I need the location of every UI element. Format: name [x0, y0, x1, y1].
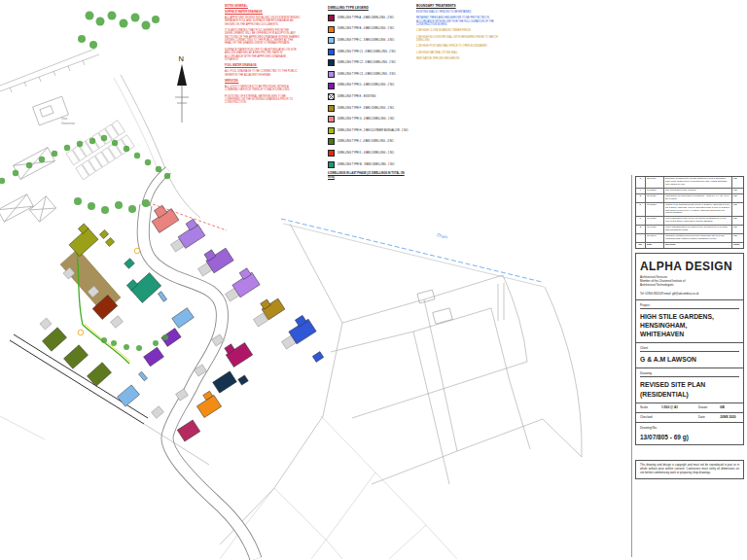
house-footprint	[172, 308, 194, 329]
notes-paragraph: POSITIONS OF EXTERNAL METER BOXES TO BE …	[225, 95, 301, 105]
company-description: Architectural Services Member of the Cha…	[640, 276, 739, 288]
house-footprint	[177, 420, 200, 441]
legend-item: DWELLING TYPE G - 4 BED DWELLING - 1 NO.	[328, 116, 411, 122]
legend-item-label: DWELLING TYPE E - EXISTING	[338, 95, 375, 98]
legend-item-label: DWELLING TYPE H - 2 BED DORMER BUNGALOW …	[338, 129, 409, 132]
house-footprint	[312, 352, 323, 363]
house-footprint	[213, 371, 237, 393]
dwelling-color-swatch	[328, 59, 335, 66]
north-arrow: N	[175, 54, 189, 122]
dwelling-color-swatch	[328, 26, 335, 33]
house-footprint	[194, 390, 222, 417]
legend-item: DWELLING TYPE A - 4 BED DWELLING - 2 NO.	[328, 15, 411, 21]
boundary-item: 1.8m HIGH BLOCKWORK WALL WITH RENDERED F…	[416, 36, 502, 42]
drawing-value: REVISED SITE PLAN (RESIDENTIAL)	[640, 380, 739, 398]
legend-item-label: DWELLING TYPE J - 4 BED DWELLING - 4 NO.	[338, 140, 394, 143]
house-footprint	[126, 268, 160, 302]
panel-margin-rule	[631, 175, 632, 557]
legend-item-label: DWELLING TYPE K - 4 BED DWELLING - 1 NO.	[338, 152, 395, 155]
house-footprint	[158, 292, 166, 301]
checked-row: Checked Date JUNE 2020	[636, 413, 743, 423]
client-label: Client	[640, 346, 739, 352]
table-row: B01/04/20Minor adjustments to layouts of…	[636, 226, 743, 234]
drawing-number-value: 13/07/805 - 69 g)	[640, 434, 739, 440]
legend-item: DWELLING TYPE M - 3 BED DWELLING - 1 NO.	[328, 161, 411, 168]
legend-footer: 6 DWELLINGS IN LAST PHASE (31 DWELLINGS …	[328, 172, 411, 178]
table-row: D19/08/20Plots 5 & 10 amended from a typ…	[636, 203, 743, 218]
house-footprint	[139, 371, 148, 380]
field-parcels	[220, 224, 582, 559]
house-footprint	[223, 337, 253, 368]
legend-item-label: DWELLING TYPE C2 - 3 BED DWELLING - 2 NO…	[338, 61, 396, 64]
dwelling-color-swatch	[328, 127, 335, 134]
boundary-item: RETAINED TREES AND HEDGEROWS TO BE PROTE…	[416, 17, 502, 26]
notes-paragraph: ALL FOUL DRAINAGE TO BE CONNECTED TO THE…	[225, 70, 301, 77]
legend-item: DWELLING TYPE K - 4 BED DWELLING - 1 NO.	[328, 150, 411, 157]
legend-item: DWELLING TYPE J - 4 BED DWELLING - 4 NO.	[328, 138, 411, 145]
dwelling-color-swatch	[328, 83, 335, 89]
revision-table: G25/06/24Boundary treatment to private g…	[635, 176, 744, 249]
house-footprint	[238, 375, 249, 385]
table-row: E15/09/20Last shown 18 dwellings re-desi…	[636, 194, 743, 203]
house-footprint	[148, 202, 179, 233]
boundary-legend-title: BOUNDARY TREATMENTS	[416, 4, 502, 8]
drawn-value: GB	[720, 405, 739, 409]
dwelling-color-swatch	[328, 37, 335, 44]
legend-title: DWELLING TYPE LEGEND	[328, 7, 411, 11]
north-label: N	[179, 54, 184, 63]
legend-item: DWELLING TYPE C2 - 3 BED DWELLING - 2 NO…	[328, 59, 411, 66]
dwelling-color-swatch	[328, 105, 335, 112]
house-footprint	[64, 345, 89, 368]
notes-paragraph: ALL APPROVED WORKS INSTALLED ON SYSTEM I…	[225, 17, 301, 26]
dwelling-color-swatch	[328, 71, 335, 78]
legend-item: DWELLING TYPE D - 4 BED DWELLING - 2 NO.	[328, 83, 411, 89]
site-boundary-line	[0, 49, 99, 92]
copyright-disclaimer: This drawing and design is copyright and…	[635, 460, 744, 479]
notes-paragraph: IT IS ANTICIPATED THAT FOUL SEWERS FROM …	[225, 29, 301, 46]
table-row: G25/06/24Boundary treatment to private g…	[636, 177, 743, 189]
house-footprint	[118, 385, 140, 406]
legend-item-label: DWELLING TYPE G - 4 BED DWELLING - 1 NO.	[338, 118, 395, 121]
title-block-panel: G25/06/24Boundary treatment to private g…	[635, 176, 744, 479]
legend-item-label: DWELLING TYPE B - 4 BED DWELLING - 1 NO.	[338, 27, 395, 30]
drain-label: Drain	[437, 232, 448, 240]
notes-heading: FOUL WATER DRAINAGE:	[225, 64, 301, 67]
dwelling-type-legend: DWELLING TYPE LEGEND DWELLING TYPE A - 4…	[328, 7, 411, 179]
dwelling-color-swatch	[328, 150, 335, 157]
house-footprint	[105, 237, 114, 246]
date-label: Date	[698, 415, 720, 419]
notes-heading: NOTES GENERAL:	[225, 5, 301, 8]
svg-text:Governor: Governor	[61, 122, 76, 125]
company-name: ALPHA DESIGN	[640, 260, 739, 273]
house-footprint	[144, 347, 164, 367]
legend-item-label: DWELLING TYPE C - 3 BED DWELLING - 4 NO.	[338, 39, 395, 42]
drawing-number-label: Drawing No.	[640, 426, 739, 431]
boundary-item: NEW NATIVE SPECIES HEDGEROW	[416, 57, 502, 60]
boundary-treatments-legend: BOUNDARY TREATMENTS EXISTING WALLS / FEN…	[416, 4, 502, 64]
table-row: C17/07/20Plot 8 amended from a type 11 d…	[636, 217, 743, 226]
notes-paragraph: SURFACE WATER RUN OFF TO BE ATTENUATED O…	[225, 49, 301, 62]
house-footprint	[99, 229, 108, 238]
dwelling-color-swatch	[328, 161, 335, 168]
legend-item: DWELLING TYPE C - 3 BED DWELLING - 4 NO.	[328, 37, 411, 44]
dwelling-color-swatch	[328, 138, 335, 145]
notes-heading: SURFACE WATER DRAINAGE:	[225, 11, 301, 14]
scale-label: Scale	[640, 405, 661, 409]
boundary-item: EXISTING WALLS / FENCES TO BE RETAINED	[416, 11, 502, 14]
existing-hatch-swatch	[328, 93, 335, 100]
legend-item: DWELLING TYPE B - 4 BED DWELLING - 1 NO.	[328, 26, 411, 33]
notes-paragraph: ALL UTILITY SERVICES TO BE PROVIDED WITH…	[225, 86, 301, 92]
house-footprint	[124, 259, 135, 269]
drawing-sheet: Gas Governor	[0, 0, 747, 560]
road-marker	[134, 248, 140, 254]
drawing-section: Drawing REVISED SITE PLAN (RESIDENTIAL)	[636, 368, 743, 402]
legend-item: DWELLING TYPE C1 - 3 BED DWELLING - 2 NO…	[328, 49, 411, 55]
legend-item-label: DWELLING TYPE C3 - 4 BED DWELLING - 3 NO…	[338, 73, 396, 76]
gas-governor-label: Gas	[61, 117, 68, 121]
dwelling-color-swatch	[328, 15, 335, 21]
existing-buildings	[0, 148, 504, 325]
date-value: JUNE 2020	[720, 415, 739, 419]
drain-line: Drain	[281, 219, 544, 287]
legend-item: DWELLING TYPE F - 3 BED DWELLING - 1 NO.	[328, 105, 411, 112]
drawing-label: Drawing	[640, 371, 739, 377]
